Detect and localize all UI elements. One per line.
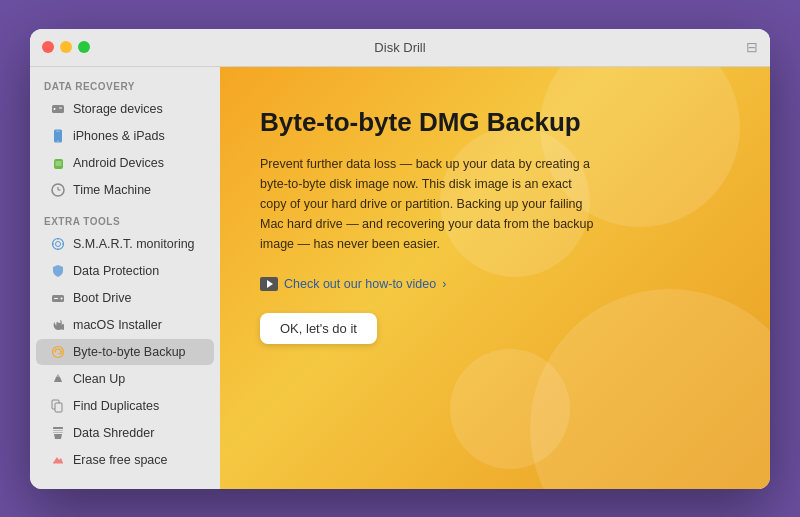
data-recovery-section-label: Data Recovery xyxy=(30,81,220,92)
titlebar: Disk Drill ⊟ xyxy=(30,29,770,67)
extra-tools-section-label: Extra tools xyxy=(30,216,220,227)
svg-point-11 xyxy=(53,238,64,249)
svg-rect-23 xyxy=(53,427,63,429)
sidebar-item-android-devices[interactable]: Android Devices xyxy=(36,150,214,176)
video-icon xyxy=(260,277,278,291)
layout-icon: ⊟ xyxy=(746,39,758,55)
sidebar-item-storage-devices[interactable]: Storage devices xyxy=(36,96,214,122)
smart-monitoring-icon xyxy=(50,236,66,252)
boot-drive-label: Boot Drive xyxy=(73,291,131,305)
video-link[interactable]: Check out our how-to video › xyxy=(260,277,446,291)
boot-drive-icon xyxy=(50,290,66,306)
storage-devices-label: Storage devices xyxy=(73,102,163,116)
minimize-button[interactable] xyxy=(60,41,72,53)
svg-rect-7 xyxy=(55,161,61,166)
cta-button[interactable]: OK, let's do it xyxy=(260,313,377,344)
data-protection-label: Data Protection xyxy=(73,264,159,278)
sidebar: Data Recovery Storage devices xyxy=(30,67,220,489)
sidebar-item-data-protection[interactable]: Data Protection xyxy=(36,258,214,284)
sidebar-item-macos-installer[interactable]: macOS Installer xyxy=(36,312,214,338)
android-icon xyxy=(50,155,66,171)
sidebar-item-iphones-ipads[interactable]: iPhones & iPads xyxy=(36,123,214,149)
iphone-icon xyxy=(50,128,66,144)
sidebar-item-boot-drive[interactable]: Boot Drive xyxy=(36,285,214,311)
smart-monitoring-label: S.M.A.R.T. monitoring xyxy=(73,237,195,251)
data-shredder-icon xyxy=(50,425,66,441)
svg-rect-25 xyxy=(53,432,63,433)
macos-installer-label: macOS Installer xyxy=(73,318,162,332)
svg-rect-19 xyxy=(54,298,58,299)
main-panel: Byte-to-byte DMG Backup Prevent further … xyxy=(220,67,770,489)
panel-description: Prevent further data loss — back up your… xyxy=(260,154,600,254)
maximize-button[interactable] xyxy=(78,41,90,53)
main-content: Data Recovery Storage devices xyxy=(30,67,770,489)
sidebar-item-find-duplicates[interactable]: Find Duplicates xyxy=(36,393,214,419)
svg-point-5 xyxy=(57,140,58,141)
svg-point-18 xyxy=(61,297,63,299)
window-title: Disk Drill xyxy=(374,40,425,55)
deco-circle-4 xyxy=(450,349,570,469)
storage-devices-icon xyxy=(50,101,66,117)
time-machine-label: Time Machine xyxy=(73,183,151,197)
byte-to-byte-backup-icon xyxy=(50,344,66,360)
sidebar-item-smart-monitoring[interactable]: S.M.A.R.T. monitoring xyxy=(36,231,214,257)
clean-up-icon xyxy=(50,371,66,387)
svg-rect-4 xyxy=(56,130,60,131)
traffic-lights xyxy=(42,41,90,53)
time-machine-icon xyxy=(50,182,66,198)
svg-rect-1 xyxy=(59,107,62,108)
sidebar-item-data-shredder[interactable]: Data Shredder xyxy=(36,420,214,446)
iphones-ipads-label: iPhones & iPads xyxy=(73,129,165,143)
byte-to-byte-backup-label: Byte-to-byte Backup xyxy=(73,345,186,359)
close-button[interactable] xyxy=(42,41,54,53)
video-link-text: Check out our how-to video xyxy=(284,277,436,291)
app-window: Disk Drill ⊟ Data Recovery Storage devic… xyxy=(30,29,770,489)
sidebar-item-byte-to-byte-backup[interactable]: Byte-to-byte Backup xyxy=(36,339,214,365)
sidebar-item-clean-up[interactable]: Clean Up xyxy=(36,366,214,392)
sidebar-item-time-machine[interactable]: Time Machine xyxy=(36,177,214,203)
svg-rect-24 xyxy=(53,430,63,431)
svg-point-12 xyxy=(56,241,61,246)
data-protection-icon xyxy=(50,263,66,279)
android-devices-label: Android Devices xyxy=(73,156,164,170)
erase-free-space-label: Erase free space xyxy=(73,453,168,467)
panel-title: Byte-to-byte DMG Backup xyxy=(260,107,730,138)
data-shredder-label: Data Shredder xyxy=(73,426,154,440)
macos-installer-icon xyxy=(50,317,66,333)
find-duplicates-label: Find Duplicates xyxy=(73,399,159,413)
find-duplicates-icon xyxy=(50,398,66,414)
sidebar-item-erase-free-space[interactable]: Erase free space xyxy=(36,447,214,473)
clean-up-label: Clean Up xyxy=(73,372,125,386)
svg-point-2 xyxy=(54,108,56,110)
svg-rect-22 xyxy=(55,403,62,412)
arrow-icon: › xyxy=(442,277,446,291)
erase-free-space-icon xyxy=(50,452,66,468)
